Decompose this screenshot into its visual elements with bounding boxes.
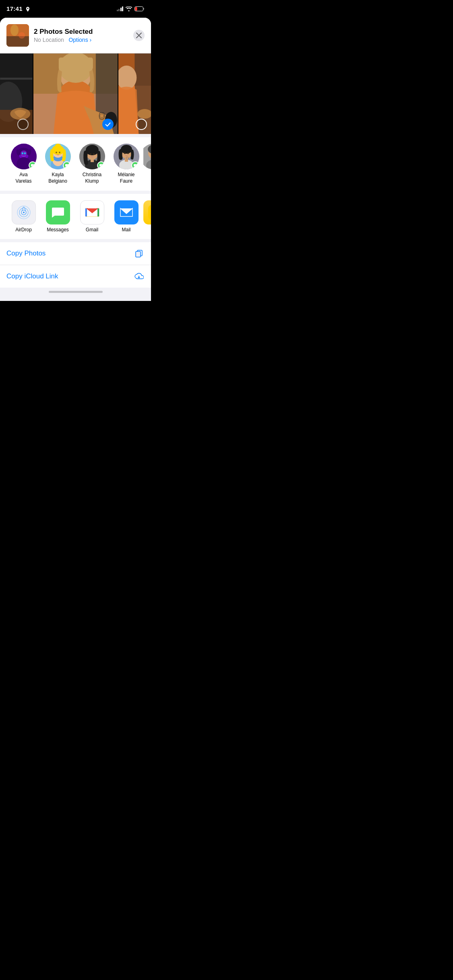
contact-kayla-belgiano[interactable]: KaylaBelgiano: [41, 144, 75, 184]
share-header: 2 Photos Selected No Location Options ›: [0, 18, 151, 54]
contacts-row: AvaVarelas: [0, 137, 151, 191]
svg-point-41: [55, 144, 61, 150]
thumbnail-image: [6, 24, 29, 47]
photo-item-2[interactable]: [33, 54, 118, 134]
signal-icon: [117, 6, 124, 11]
christina-klump-name: ChristinaKlump: [83, 172, 101, 184]
share-title: 2 Photos Selected: [34, 28, 128, 36]
share-subtitle: No Location Options ›: [34, 37, 128, 43]
svg-point-5: [19, 32, 25, 39]
melanie-message-badge: [131, 161, 139, 169]
close-button[interactable]: [133, 30, 145, 41]
options-button[interactable]: Options ›: [68, 37, 91, 43]
svg-rect-74: [148, 205, 151, 220]
messages-label: Messages: [47, 227, 69, 233]
share-info: 2 Photos Selected No Location Options ›: [34, 28, 128, 43]
svg-point-59: [127, 152, 129, 154]
photo-item-3[interactable]: [118, 54, 151, 134]
melanie-faure-name: MélanieFaure: [118, 172, 134, 184]
j-avatar-image: [143, 144, 151, 169]
svg-rect-79: [136, 251, 141, 257]
svg-rect-56: [121, 148, 132, 152]
photo-strip: [0, 54, 151, 134]
kayla-belgiano-name: KaylaBelgiano: [48, 172, 67, 184]
ava-message-badge: [29, 161, 37, 169]
messages-icon: [46, 200, 70, 224]
home-indicator-area: [0, 288, 151, 301]
contact-j-l[interactable]: JL: [143, 144, 151, 184]
share-sheet: 2 Photos Selected No Location Options ›: [0, 18, 151, 301]
svg-point-42: [56, 152, 57, 153]
svg-point-49: [90, 153, 91, 155]
svg-rect-1: [135, 7, 137, 11]
gmail-label: Gmail: [86, 227, 98, 233]
gmail-svg: [85, 207, 99, 218]
mail-label: Mail: [122, 227, 130, 233]
svg-point-58: [124, 152, 126, 154]
svg-point-33: [24, 152, 26, 154]
action-rows: Copy Photos Copy iCloud Link: [0, 242, 151, 288]
svg-rect-72: [97, 208, 99, 216]
copy-icloud-link-label: Copy iCloud Link: [6, 272, 58, 280]
copy-photos-label: Copy Photos: [6, 249, 46, 257]
svg-point-50: [93, 153, 95, 155]
checkmark-icon: [105, 122, 111, 127]
status-time-area: 17:41: [6, 5, 30, 12]
avatar-christina: [79, 144, 105, 169]
avatar-j: [143, 144, 151, 169]
photo-1-selection[interactable]: [17, 119, 29, 130]
svg-point-32: [22, 152, 23, 154]
svg-point-3: [10, 25, 19, 36]
wifi-icon: [126, 6, 132, 11]
battery-icon: [134, 6, 145, 11]
mail-icon: [114, 200, 139, 224]
contact-ava-varelas[interactable]: AvaVarelas: [6, 144, 41, 184]
app-gmail[interactable]: Gmail: [75, 200, 109, 233]
location-icon: [26, 7, 30, 12]
message-icon-3: [99, 163, 103, 167]
notes-svg: [148, 205, 151, 220]
status-bar: 17:41: [0, 0, 151, 18]
svg-rect-18: [59, 58, 93, 70]
home-indicator: [49, 291, 103, 293]
message-icon-4: [133, 163, 137, 167]
app-messages[interactable]: Messages: [41, 200, 75, 233]
avatar-kayla: [45, 144, 71, 169]
svg-point-70: [23, 212, 25, 213]
app-row: AirDrop Messages: [0, 194, 151, 239]
airdrop-svg: [17, 205, 31, 220]
svg-rect-71: [86, 208, 87, 216]
status-icons: [117, 6, 145, 11]
app-notes[interactable]: [143, 200, 151, 233]
svg-point-48: [86, 145, 99, 155]
kayla-message-badge: [63, 161, 71, 169]
christina-message-badge: [97, 161, 105, 169]
notes-icon: [143, 200, 151, 224]
photo-item-1[interactable]: [0, 54, 33, 134]
photo-3-selection[interactable]: [136, 119, 147, 130]
gmail-icon: [80, 200, 104, 224]
airdrop-icon: [12, 200, 36, 224]
message-icon: [31, 163, 35, 167]
copy-icloud-link-row[interactable]: Copy iCloud Link: [0, 265, 151, 288]
copy-photos-icon: [133, 248, 145, 259]
svg-point-43: [59, 152, 60, 153]
avatar-melanie: [114, 144, 139, 169]
share-thumbnail: [6, 24, 29, 47]
svg-point-31: [21, 150, 27, 157]
close-icon: [136, 33, 142, 38]
svg-rect-10: [0, 78, 32, 80]
mail-svg: [119, 207, 134, 218]
app-airdrop[interactable]: AirDrop: [6, 200, 41, 233]
contact-melanie-faure[interactable]: MélanieFaure: [109, 144, 143, 184]
svg-rect-4: [6, 36, 29, 47]
app-mail[interactable]: Mail: [109, 200, 143, 233]
airdrop-label: AirDrop: [15, 227, 32, 233]
messages-svg: [51, 205, 65, 220]
status-time: 17:41: [6, 5, 23, 12]
contact-christina-klump[interactable]: ChristinaKlump: [75, 144, 109, 184]
copy-icloud-link-icon: [133, 271, 145, 282]
message-icon-2: [65, 163, 69, 167]
copy-photos-row[interactable]: Copy Photos: [0, 242, 151, 265]
ava-varelas-name: AvaVarelas: [16, 172, 32, 184]
